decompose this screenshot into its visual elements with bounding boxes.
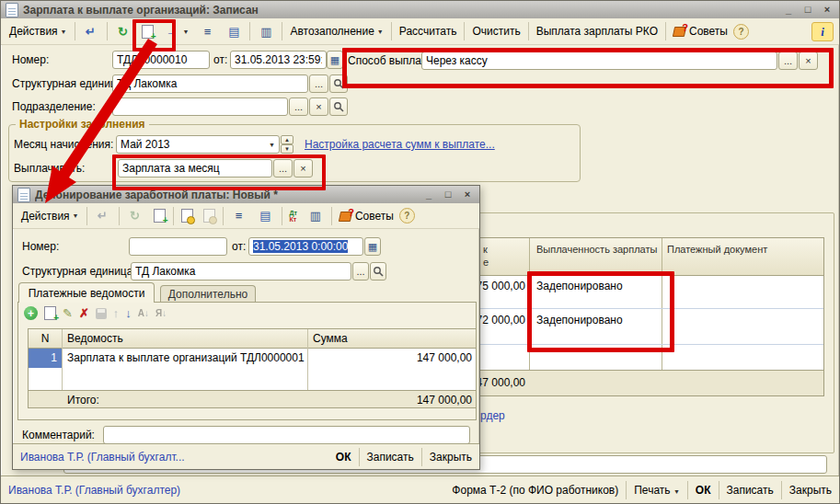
department-clear-button[interactable]: × [309,97,328,116]
info-button[interactable]: i [811,22,834,41]
department-select-button[interactable]: ... [289,97,308,116]
dialog-register-records-button[interactable]: ▥ [303,206,328,226]
unit-field[interactable] [112,74,308,93]
column-settings-button[interactable]: ▤ [221,21,247,41]
refresh-button[interactable]: ↻ [110,21,136,41]
row-sum-cell[interactable]: 147 000,00 [355,351,472,364]
row-number-cell[interactable]: 1 [29,349,62,368]
department-field[interactable] [112,97,288,116]
copy-row-button[interactable]: + [44,306,56,320]
copy-add-button[interactable]: + [137,22,158,41]
help-icon[interactable]: ? [733,24,749,40]
dialog-minimize-button[interactable]: _ [421,189,436,201]
number-field[interactable] [112,51,210,69]
row-sheet-cell[interactable]: Зарплата к выплате организаций ТДЛ000000… [67,351,305,364]
payment-method-clear-button[interactable]: × [799,52,818,70]
paid-status-column-header[interactable]: Выплаченность зарплаты [536,244,657,255]
col-n-header[interactable]: N [29,332,62,345]
dialog-column-settings-button[interactable]: ▤ [253,206,279,226]
col-sheet-header[interactable]: Ведомость [67,332,123,345]
dialog-close-footer-button[interactable]: Закрыть [430,451,472,464]
unit-select-button[interactable]: ... [309,74,328,93]
dialog-ok-button[interactable]: ОК [336,451,351,464]
dialog-unit-select-button[interactable]: ... [352,262,369,281]
unit-search-button[interactable] [329,74,348,93]
close-button[interactable]: × [820,4,834,17]
pay-what-select-button[interactable]: ... [273,159,293,178]
department-search-button[interactable] [329,97,348,116]
deposit-dialog: Депонирование заработной платы: Новый * … [12,185,480,470]
list-settings-button[interactable]: ≡ [194,21,220,41]
create-based-on-button[interactable]: → ▼ [159,21,194,41]
register-records-button[interactable]: ▥ [253,21,279,41]
payment-doc-column-header[interactable]: Платежный документ [667,244,767,255]
dialog-calendar-button[interactable]: ▦ [364,237,381,256]
delete-row-button[interactable]: ✗ [79,306,89,320]
rko-payment-button[interactable]: Выплата зарплаты РКО [532,22,662,40]
dialog-date-field[interactable]: 31.05.2013 0:00:00 [248,237,363,256]
actions-button[interactable]: Действия ▼ [5,22,72,40]
divider [421,448,422,466]
ok-button[interactable]: ОК [696,484,711,497]
col-sum-header[interactable]: Сумма [313,332,348,345]
dialog-footer: Иванова Т.Р. (Главный бухгалт... ОК Запи… [13,443,479,469]
row-paid-status[interactable]: Задепонировано [536,280,623,292]
sort-asc-button: А↓ [138,308,149,318]
save-button[interactable]: Записать [727,484,774,497]
help-icon[interactable]: ? [399,208,415,223]
edit-row-button[interactable]: ✎ [63,306,73,320]
tab-pay-sheets[interactable]: Платежные ведомости [18,282,155,303]
dialog-maximize-button[interactable]: □ [441,189,455,201]
pay-what-label: Выплачивать: [14,162,85,175]
payment-method-field[interactable] [421,52,777,70]
cash-order-link-fragment[interactable]: рдер [480,409,505,422]
date-field[interactable] [230,51,327,69]
dialog-comment-field[interactable] [103,426,470,444]
dialog-tips-button[interactable]: ? Советы [335,207,398,225]
month-spin-up[interactable]: ▲ [281,135,293,144]
dialog-close-button[interactable]: × [460,189,475,201]
pay-what-clear-button[interactable]: × [293,159,313,178]
form-t2-button[interactable]: Форма Т-2 (по ФИО работников) [452,484,618,497]
close-window-button[interactable]: Закрыть [789,484,832,497]
jump-to-document-button[interactable]: ↵ [78,21,104,41]
responsible-user-link[interactable]: Иванова Т.Р. (Главный бухгалтер) [8,484,180,497]
dialog-unit-search-button[interactable] [370,262,386,281]
dialog-responsible-user-link[interactable]: Иванова Т.Р. (Главный бухгалт... [20,451,185,464]
magnifier-icon [333,101,344,112]
department-label: Подразделение: [12,100,96,113]
dialog-actions-button[interactable]: Действия ▼ [17,207,84,225]
pay-what-field[interactable] [118,159,272,178]
divider [249,22,250,40]
calculate-button[interactable]: Рассчитать [395,22,462,40]
autofill-button[interactable]: Автозаполнение ▼ [285,22,387,40]
unpost-document-icon [203,209,215,223]
dialog-number-field[interactable] [129,237,227,256]
row-paid-status[interactable]: Задепонировано [536,314,623,326]
tips-button[interactable]: ? Советы [669,22,732,40]
dialog-save-button[interactable]: Записать [367,451,414,464]
print-button[interactable]: Печать ▼ [634,484,680,497]
post-document-icon [181,209,193,223]
payment-method-select-button[interactable]: ... [778,52,798,70]
add-row-button[interactable]: + [24,306,38,320]
sort-desc-button: Я↓ [155,308,167,318]
calendar-button[interactable]: ▦ [327,51,343,69]
dialog-list-settings-button[interactable]: ≡ [226,206,252,226]
divider [86,207,87,225]
divider [282,207,282,225]
month-spin-down[interactable]: ▼ [281,144,293,154]
dialog-post-button[interactable] [177,206,198,225]
dialog-dtkt-button[interactable]: Дт Кт [285,207,302,225]
clear-button[interactable]: Очистить [467,22,524,40]
maximize-button[interactable]: □ [800,4,815,17]
payout-setup-link[interactable]: Настройка расчета сумм к выплате... [305,138,495,151]
move-down-button[interactable]: ↓ [125,306,132,320]
dialog-copy-add-button[interactable]: + [149,206,170,225]
dialog-unit-field[interactable] [131,262,351,281]
notebook-icon: ▥ [258,24,274,39]
accrual-month-combo[interactable]: Май 2013 ▼ [116,135,280,154]
tab-additional[interactable]: Дополнительно [160,285,256,303]
minimize-button[interactable]: _ [781,4,796,17]
divider [665,22,666,40]
